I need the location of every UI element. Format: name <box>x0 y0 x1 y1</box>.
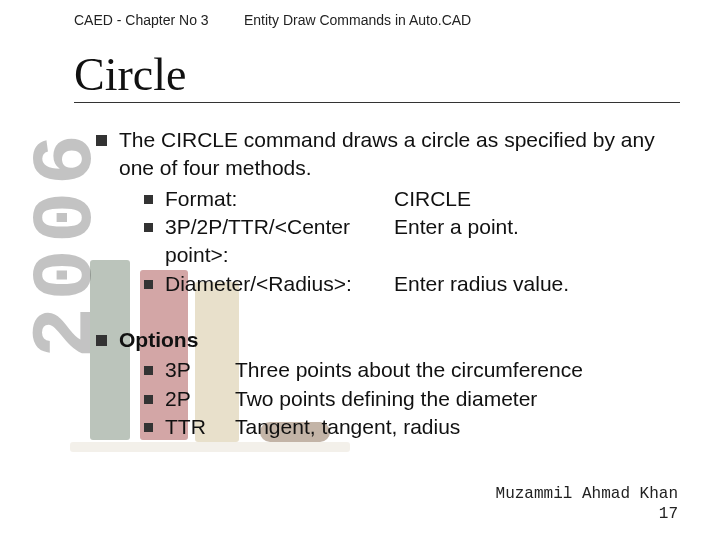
option-desc: Three points about the circumference <box>235 356 672 384</box>
format-value: CIRCLE <box>394 185 672 213</box>
prompt-label: 3P/2P/TTR/<Center point>: <box>165 213 394 270</box>
option-key: TTR <box>165 413 235 441</box>
format-label: Format: <box>165 185 237 213</box>
bullet-icon <box>144 280 153 289</box>
prompt-value: Enter radius value. <box>394 270 672 298</box>
list-item: TTR Tangent, tangent, radius <box>144 413 672 441</box>
footer-page: 17 <box>496 504 678 524</box>
header-topic: Entity Draw Commands in Auto.CAD <box>244 12 680 28</box>
list-item: Format: CIRCLE <box>144 185 672 213</box>
section-options: Options 3P Three points about the circum… <box>96 326 672 441</box>
header-chapter: CAED - Chapter No 3 <box>74 12 244 28</box>
prompt-value: Enter a point. <box>394 213 672 241</box>
section-methods: The CIRCLE command draws a circle as spe… <box>96 126 672 298</box>
bullet-icon <box>144 366 153 375</box>
prompt-label: Diameter/<Radius>: <box>165 270 352 298</box>
footer: Muzammil Ahmad Khan 17 <box>496 484 678 524</box>
bullet-icon <box>144 195 153 204</box>
title-divider <box>74 102 680 103</box>
list-item: Diameter/<Radius>: Enter radius value. <box>144 270 672 298</box>
list-item: 3P/2P/TTR/<Center point>: Enter a point. <box>144 213 672 270</box>
bullet-icon <box>144 423 153 432</box>
list-item: 3P Three points about the circumference <box>144 356 672 384</box>
bullet-icon <box>96 335 107 346</box>
option-key: 2P <box>165 385 235 413</box>
footer-author: Muzammil Ahmad Khan <box>496 484 678 504</box>
bullet-icon <box>96 135 107 146</box>
list-item: 2P Two points defining the diameter <box>144 385 672 413</box>
bullet-icon <box>144 395 153 404</box>
content: The CIRCLE command draws a circle as spe… <box>96 126 672 469</box>
option-key: 3P <box>165 356 235 384</box>
option-desc: Tangent, tangent, radius <box>235 413 672 441</box>
section-lead: The CIRCLE command draws a circle as spe… <box>119 126 672 183</box>
header: CAED - Chapter No 3 Entity Draw Commands… <box>74 12 680 28</box>
bullet-icon <box>144 223 153 232</box>
option-desc: Two points defining the diameter <box>235 385 672 413</box>
page-title: Circle <box>74 48 186 101</box>
section-lead: Options <box>119 326 672 354</box>
